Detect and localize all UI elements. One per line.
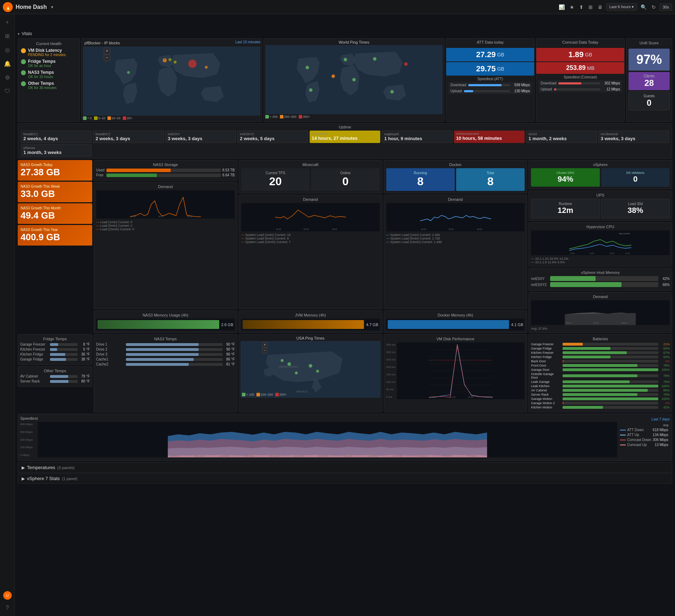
- usa-legend-color-0: [242, 393, 245, 396]
- temp-val: 86 °F: [224, 357, 235, 361]
- speedtest-comcast-up: Comcast Up 13 Mbps: [620, 443, 668, 447]
- usa-legend-color-1: [256, 393, 260, 396]
- battery-bar-wrap: [563, 393, 658, 396]
- nas3-week-val: 33.0 GB: [21, 188, 89, 199]
- battery-pct: 42%: [660, 406, 670, 409]
- monitor-icon[interactable]: 🖥: [596, 4, 604, 11]
- star-icon[interactable]: ★: [568, 4, 576, 11]
- batteries-panel: Batteries Garage Freezer21%Garage Fridge…: [529, 334, 672, 412]
- svg-text:08:00: 08:00: [187, 215, 192, 218]
- battery-pct: 78%: [660, 364, 670, 367]
- att-data-panel: ATT Data today 27.29 GB 29.75 GB Speedte…: [446, 38, 535, 122]
- minecraft-demand-title: Demand: [241, 197, 380, 202]
- health-icon-warning: [21, 48, 26, 53]
- uptime-item: breadDC12 weeks, 4 days: [21, 131, 92, 143]
- temp-val: 81 °F: [224, 362, 235, 366]
- search-icon[interactable]: 🔍: [639, 4, 648, 11]
- battery-label: Back Door: [531, 359, 561, 363]
- sidebar-dashboards[interactable]: ⊞: [3, 31, 12, 42]
- svg-text:5/2 00:00: 5/2 00:00: [368, 455, 377, 457]
- usa-legend-label-0: < 100: [246, 393, 254, 396]
- speedtest-main-title: Speedtest: [20, 416, 38, 420]
- uptime-item: eagleeye51 hour, 9 minutes: [382, 131, 452, 143]
- battery-bar: [563, 356, 610, 358]
- sidebar-alerts[interactable]: 🔔: [2, 58, 13, 69]
- legend-label-1: 5–10: [98, 116, 105, 120]
- nas3-used-row: Used 8.53 TB: [96, 168, 235, 172]
- share-icon[interactable]: ⬆: [578, 4, 585, 11]
- vitals-title: Vitals: [22, 31, 32, 36]
- battery-label: Garage Freezer: [531, 342, 561, 346]
- docker-section-title: Docker: [386, 163, 525, 167]
- nas3-panel: NAS3 Growth Today 27.38 GB NAS3 Growth T…: [18, 160, 92, 333]
- att-up-legend-color: [620, 435, 626, 435]
- uptime-val: 2 weeks, 3 days: [95, 136, 161, 141]
- sidebar-add[interactable]: +: [4, 17, 11, 28]
- battery-bar-wrap: [563, 360, 658, 363]
- temp-label: Kitchen Freezer: [20, 347, 49, 351]
- vsphere-cpu-legend2: — 10.1.1.9 12.6% 9.5%: [531, 260, 670, 264]
- sp-y-2: 400 Mbps: [20, 438, 36, 441]
- comcast-val2-unit: MB: [587, 65, 594, 71]
- main-content: ▾ Vitals Current Health VM Disk Latency …: [15, 28, 675, 487]
- temp-bar: [126, 353, 199, 356]
- refresh-interval[interactable]: 30s: [659, 4, 672, 11]
- vsphere-cpu-cur0: 14.2%: [559, 257, 569, 260]
- uptime-host: ✦minecraft: [312, 132, 378, 136]
- svg-text:00:00: 00:00: [303, 228, 309, 230]
- uptime-host: NAS3: [529, 132, 594, 136]
- vsphere-footer-title: vSphere 7 Stats: [27, 476, 60, 481]
- nas3-week-label: NAS3 Growth This Week: [21, 185, 89, 188]
- svg-point-6: [205, 66, 208, 69]
- svg-text:avg  current: avg current: [619, 232, 630, 235]
- vm-y-2: 250 ms: [386, 358, 395, 361]
- ups-section-title: UPS: [531, 193, 670, 197]
- battery-row: AV Cabinet89%: [531, 389, 670, 392]
- uptime-host: mrLibreGraf: [601, 132, 666, 136]
- unifi-guests-label: Guests: [630, 94, 668, 98]
- grid-icon[interactable]: ⊞: [587, 4, 594, 11]
- wp-legend-0: < 250: [265, 115, 278, 119]
- vitals-grid: Current Health VM Disk Latency PENDING f…: [18, 38, 672, 122]
- temp-val: 90 °F: [224, 352, 235, 356]
- vsphere-cluster-label: Cluster DRS: [534, 171, 597, 175]
- sidebar-security[interactable]: 🛡: [2, 86, 12, 97]
- temp-bar: [126, 358, 194, 361]
- battery-label: Outside Garage Door: [531, 372, 561, 379]
- nas3-used-label: Used: [96, 168, 105, 172]
- svg-text:00:00: 00:00: [158, 215, 164, 218]
- vsphere-ds-label: DS vMotions: [604, 171, 667, 175]
- wp-legend-label-2: 350+: [303, 115, 310, 119]
- temp-label: Server Rack: [20, 379, 49, 383]
- temp-label: Drive 2: [96, 347, 125, 351]
- temperatures-footer-title: Temperatures: [27, 465, 55, 470]
- temp-bar-wrap: [50, 375, 78, 378]
- nas3-year-label: NAS3 Growth This Year: [21, 228, 89, 232]
- battery-row: Server Rack78%: [531, 393, 670, 396]
- title-dropdown[interactable]: ▾: [51, 5, 53, 10]
- comcast-upload-bar-wrap: [554, 88, 600, 90]
- legend-2: 10–20: [107, 116, 121, 120]
- sidebar-config[interactable]: ⚙: [3, 72, 12, 83]
- vsphere-footer[interactable]: ▶ vSphere 7 Stats (1 panel): [18, 473, 672, 484]
- sync-icon[interactable]: ↻: [650, 4, 657, 11]
- sidebar-explore[interactable]: ◎: [3, 44, 12, 55]
- pfblocker-map: + −: [83, 46, 260, 116]
- pfblocker-panel: pfBlocker - IP blocks Last 10 minutes: [81, 38, 262, 122]
- time-range-selector[interactable]: Last 6 hours ▾: [606, 3, 637, 11]
- temperatures-footer[interactable]: ▶ Temperatures (3 panels): [18, 462, 672, 473]
- vitals-section-header[interactable]: ▾ Vitals: [18, 31, 672, 36]
- temps-row: Fridge Temps Garage Freezer8 °FKitchen F…: [18, 334, 672, 412]
- chart-icon[interactable]: 📊: [557, 4, 566, 11]
- svg-point-43: [316, 370, 319, 373]
- docker-running-panel: Running 8: [386, 168, 455, 191]
- att-speedtest-title: Speedtest (ATT): [448, 77, 532, 81]
- battery-pct: 50%: [660, 355, 670, 359]
- temp-bar-wrap: [126, 353, 223, 356]
- app-logo: 🔥: [3, 2, 13, 12]
- battery-rows: Garage Freezer21%Garage Fridge50%Kitchen…: [531, 342, 670, 409]
- att-speedtest: Speedtest (ATT) Download 599 Mbps Upload…: [446, 76, 534, 95]
- comcast-up-legend-label: Comcast Up: [627, 443, 647, 447]
- svg-text:4/30 12:00: 4/30 12:00: [294, 455, 304, 457]
- legend-color-3: [123, 116, 126, 120]
